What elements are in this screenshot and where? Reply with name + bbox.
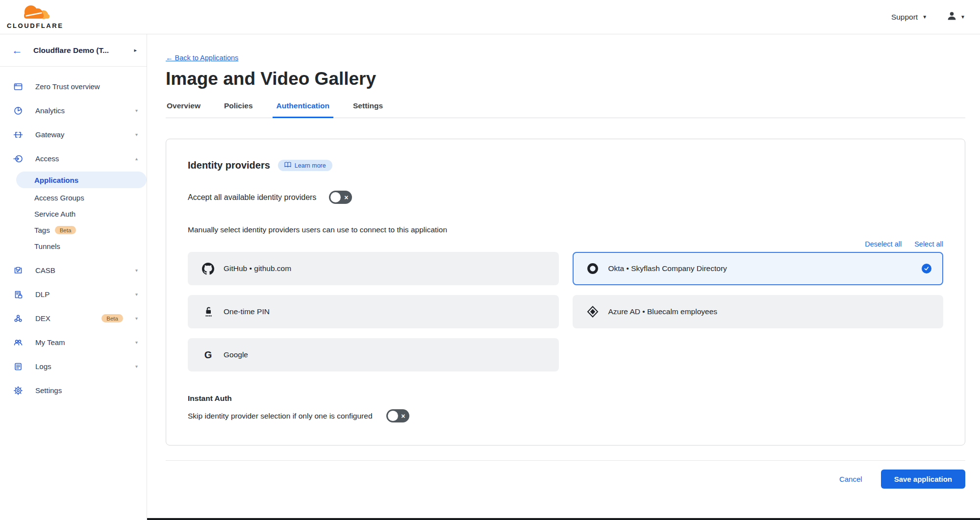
chevron-down-icon: ▾ [135, 316, 138, 321]
document-lock-icon [13, 290, 23, 299]
chevron-down-icon: ▾ [135, 364, 138, 369]
cloudflare-cloud-icon [18, 4, 53, 23]
sidebar-item-label: DLP [35, 290, 123, 298]
tab-overview[interactable]: Overview [166, 101, 201, 118]
chevron-down-icon: ▼ [922, 14, 927, 20]
instant-auth-toggle[interactable]: × [386, 409, 409, 422]
tab-authentication[interactable]: Authentication [276, 101, 331, 118]
google-icon: G [201, 349, 215, 361]
user-menu[interactable]: ▼ [947, 11, 965, 23]
network-cluster-icon [13, 314, 23, 323]
sidebar-nav: Zero Trust overview Analytics ▾ Gateway … [0, 67, 147, 402]
provider-grid: GitHub • github.com Okta • Skyflash Comp… [188, 252, 943, 371]
chevron-down-icon: ▾ [135, 132, 138, 137]
save-application-button[interactable]: Save application [881, 470, 965, 489]
sidebar-item-label: Analytics [35, 106, 123, 115]
learn-more-badge[interactable]: Learn more [278, 160, 332, 171]
chevron-down-icon: ▾ [135, 340, 138, 345]
selected-check-icon [922, 264, 931, 273]
sidebar-item-casb[interactable]: CASB ▾ [0, 258, 147, 282]
select-all-link[interactable]: Select all [914, 240, 943, 248]
people-icon [13, 338, 23, 347]
chevron-down-icon: ▾ [135, 292, 138, 297]
window-bottom-edge [147, 518, 980, 520]
sidebar-item-applications[interactable]: Applications [16, 172, 147, 188]
instant-auth-label: Skip identity provider selection if only… [188, 412, 373, 421]
access-subnav: Applications Access Groups Service Auth … [0, 171, 147, 258]
provider-label: Azure AD • Bluecalm employees [608, 307, 932, 316]
sidebar-item-label: Logs [35, 362, 123, 371]
accept-all-label: Accept all available identity providers [188, 193, 316, 202]
gateway-icon [13, 130, 23, 140]
sidebar-item-label: Gateway [35, 130, 123, 139]
cloudflare-wordmark: CLOUDFLARE [7, 22, 64, 29]
back-arrow-icon[interactable]: ← [12, 45, 23, 56]
beta-badge: Beta [101, 314, 123, 322]
tab-policies[interactable]: Policies [223, 101, 254, 118]
chevron-down-icon: ▾ [135, 268, 138, 273]
provider-tile-github[interactable]: GitHub • github.com [188, 252, 559, 285]
sidebar-item-label: Access Groups [34, 194, 84, 202]
gear-icon [13, 386, 23, 396]
toggle-knob [388, 411, 398, 421]
chevron-up-icon: ▴ [135, 156, 138, 161]
sidebar-item-dlp[interactable]: DLP ▾ [0, 282, 147, 306]
card-title: Identity providers [188, 160, 270, 171]
sidebar: ← Cloudflare Demo (T... ▸ Zero Trust ove… [0, 34, 147, 520]
chevron-right-icon: ▸ [134, 47, 137, 53]
identity-providers-card: Identity providers Learn more Accept all… [166, 139, 965, 446]
sidebar-item-access-groups[interactable]: Access Groups [0, 190, 147, 206]
tab-bar: Overview Policies Authentication Setting… [166, 101, 965, 118]
sidebar-item-label: Applications [34, 176, 78, 184]
sidebar-item-my-team[interactable]: My Team ▾ [0, 330, 147, 354]
provider-tile-okta[interactable]: Okta • Skyflash Company Directory [573, 252, 944, 285]
chevron-down-icon: ▾ [135, 108, 138, 113]
sidebar-item-label: Zero Trust overview [35, 82, 138, 91]
account-name: Cloudflare Demo (T... [33, 46, 123, 55]
casb-check-box-icon [13, 266, 23, 275]
sidebar-item-label: Service Auth [34, 210, 75, 218]
sidebar-item-service-auth[interactable]: Service Auth [0, 206, 147, 222]
footer-divider [166, 460, 965, 461]
user-avatar-icon [947, 11, 957, 23]
chevron-down-icon: ▼ [960, 14, 965, 20]
account-switcher[interactable]: ← Cloudflare Demo (T... ▸ [0, 34, 147, 67]
sidebar-item-gateway[interactable]: Gateway ▾ [0, 123, 147, 147]
sidebar-item-dex[interactable]: DEX Beta ▾ [0, 306, 147, 330]
sidebar-item-label: Tags [34, 226, 50, 234]
sidebar-item-label: My Team [35, 338, 123, 347]
instant-auth-heading: Instant Auth [188, 394, 943, 403]
accept-all-toggle[interactable]: × [329, 191, 352, 204]
top-bar: CLOUDFLARE Support ▼ ▼ [0, 0, 980, 34]
toggle-x-icon: × [401, 412, 405, 419]
tab-settings[interactable]: Settings [352, 101, 384, 118]
okta-icon [586, 262, 600, 275]
provider-label: Google [224, 350, 547, 359]
sidebar-item-tunnels[interactable]: Tunnels [0, 238, 147, 254]
toggle-x-icon: × [344, 194, 348, 200]
deselect-all-link[interactable]: Deselect all [865, 240, 902, 248]
sidebar-item-settings[interactable]: Settings [0, 378, 147, 402]
provider-label: One-time PIN [224, 307, 547, 316]
provider-label: Okta • Skyflash Company Directory [608, 264, 913, 273]
sidebar-item-tags[interactable]: Tags Beta [0, 222, 147, 238]
browser-window-icon [13, 82, 23, 92]
sidebar-item-label: Settings [35, 386, 138, 395]
provider-tile-one-time-pin[interactable]: One-time PIN [188, 295, 559, 328]
sidebar-item-logs[interactable]: Logs ▾ [0, 354, 147, 378]
cancel-button[interactable]: Cancel [839, 475, 862, 483]
manual-select-text: Manually select identity providers users… [188, 225, 943, 234]
back-to-applications-link[interactable]: ← Back to Applications [166, 54, 238, 62]
sidebar-item-zero-trust-overview[interactable]: Zero Trust overview [0, 74, 147, 99]
sidebar-item-analytics[interactable]: Analytics ▾ [0, 99, 147, 123]
sidebar-item-label: Tunnels [34, 242, 60, 250]
sidebar-item-access[interactable]: Access ▴ [0, 147, 147, 171]
provider-tile-google[interactable]: G Google [188, 338, 559, 371]
cloudflare-logo[interactable]: CLOUDFLARE [7, 4, 64, 29]
learn-more-label: Learn more [295, 162, 326, 169]
provider-tile-azure-ad[interactable]: Azure AD • Bluecalm employees [573, 295, 944, 328]
page-title: Image and Video Gallery [166, 69, 965, 89]
toggle-knob [330, 192, 341, 202]
pie-chart-icon [13, 106, 23, 116]
support-menu[interactable]: Support ▼ [891, 13, 927, 22]
